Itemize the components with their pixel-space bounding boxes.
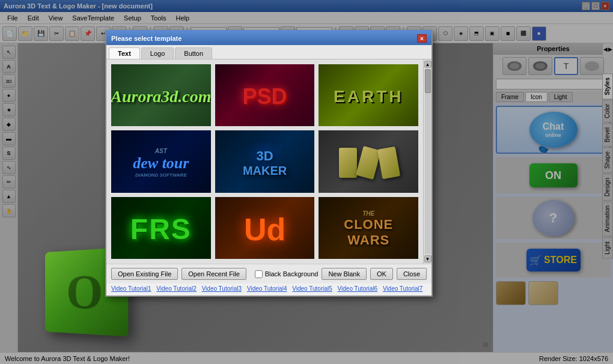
scroll-down[interactable]: ▼ <box>424 255 432 262</box>
template-psd-thumb: PSD <box>215 64 315 127</box>
dialog-title-bar: Please select template × <box>106 32 432 45</box>
scroll-up[interactable]: ▲ <box>424 61 432 68</box>
dialog-tab-button[interactable]: Button <box>175 47 212 59</box>
modal-overlay: Please select template × Text Logo Butto… <box>0 0 613 364</box>
template-fire[interactable]: Ud <box>214 196 316 260</box>
open-recent-btn[interactable]: Open Recent File <box>181 268 246 280</box>
dialog-tab-logo[interactable]: Logo <box>141 47 174 59</box>
tutorial-link-6[interactable]: Video Tutorial6 <box>338 285 378 292</box>
tutorial-link-1[interactable]: Video Tutorial1 <box>111 285 151 292</box>
grid-container: Aurora3d.com PSD EARTH <box>106 59 432 264</box>
template-dew-thumb: AST dew tour DIAMOND SOFTWARE <box>111 130 211 193</box>
template-3dmaker[interactable]: 3D MAKER <box>214 129 316 193</box>
dialog-title: Please select template <box>111 35 181 42</box>
open-existing-btn[interactable]: Open Existing File <box>111 268 178 280</box>
black-bg-checkbox[interactable] <box>255 270 263 278</box>
ok-btn[interactable]: OK <box>370 268 393 280</box>
template-frs-thumb: FRS <box>111 197 211 260</box>
template-money[interactable] <box>317 129 419 193</box>
template-dew[interactable]: AST dew tour DIAMOND SOFTWARE <box>110 129 212 193</box>
tutorial-link-7[interactable]: Video Tutorial7 <box>383 285 423 292</box>
new-blank-btn[interactable]: New Blank <box>322 268 367 280</box>
black-bg-label: Black Background <box>265 270 319 278</box>
template-frs[interactable]: FRS <box>110 196 212 260</box>
template-psd[interactable]: PSD <box>214 63 316 127</box>
tutorial-link-4[interactable]: Video Tutorial4 <box>247 285 287 292</box>
tutorial-links: Video Tutorial1 Video Tutorial2 Video Tu… <box>106 284 432 296</box>
dialog-tab-text[interactable]: Text <box>109 47 140 59</box>
dialog-close-button[interactable]: × <box>417 34 427 43</box>
dialog-footer: Open Existing File Open Recent File Blac… <box>106 264 432 284</box>
tutorial-link-3[interactable]: Video Tutorial3 <box>202 285 242 292</box>
template-aurora[interactable]: Aurora3d.com <box>110 63 212 127</box>
close-btn[interactable]: Close <box>397 268 427 280</box>
template-clone[interactable]: THE CLONE WARS <box>317 196 419 260</box>
scroll-track <box>425 69 431 254</box>
template-clone-thumb: THE CLONE WARS <box>319 197 418 260</box>
tutorial-link-5[interactable]: Video Tutorial5 <box>292 285 332 292</box>
template-fire-thumb: Ud <box>215 197 315 260</box>
template-dialog: Please select template × Text Logo Butto… <box>105 30 433 297</box>
template-earth-thumb: EARTH <box>319 64 418 127</box>
template-3dmaker-thumb: 3D MAKER <box>215 130 315 193</box>
grid-scrollbar[interactable]: ▲ ▼ <box>423 59 432 264</box>
template-money-thumb <box>319 130 418 193</box>
template-earth[interactable]: EARTH <box>317 63 419 127</box>
tutorial-link-2[interactable]: Video Tutorial2 <box>156 285 197 292</box>
template-aurora-thumb: Aurora3d.com <box>111 64 211 127</box>
template-grid: Aurora3d.com PSD EARTH <box>106 59 423 264</box>
scroll-thumb[interactable] <box>425 69 431 93</box>
black-bg-checkbox-row: Black Background <box>255 270 319 278</box>
dialog-tabs: Text Logo Button <box>106 45 432 59</box>
